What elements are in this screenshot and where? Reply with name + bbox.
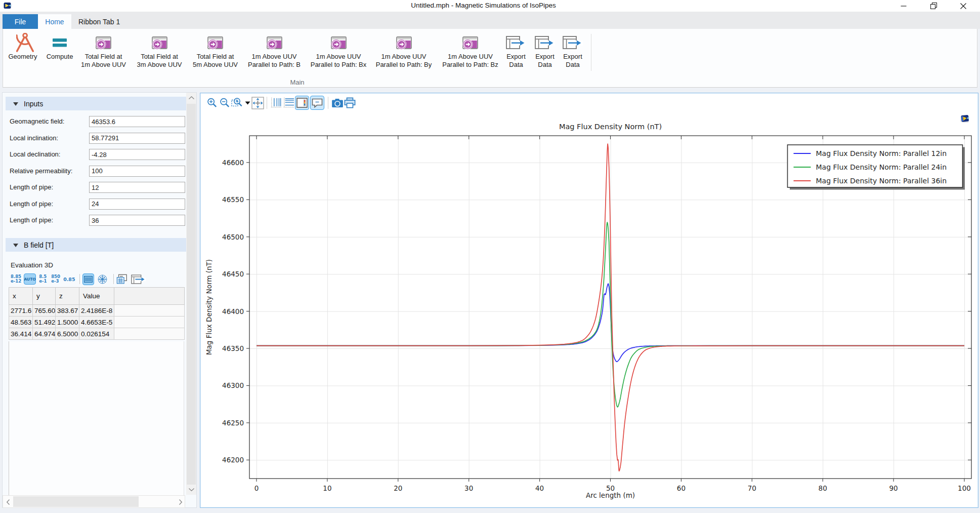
horizontal-scrollbar-thumb[interactable] (13, 496, 139, 507)
y-log-icon (283, 97, 294, 108)
chart-legend: Mag Flux Density Norm: Parallel 12inMag … (788, 145, 965, 190)
field-input[interactable] (89, 149, 185, 160)
zoom-box-dropdown[interactable] (243, 96, 251, 110)
restore-button[interactable] (922, 0, 945, 12)
legend-entry-label: Mag Flux Density Norm: Parallel 12in (816, 149, 947, 157)
table-cell (114, 328, 185, 340)
button-label-line: Data (535, 61, 611, 69)
chevron-right-icon (179, 499, 182, 505)
scroll-up-arrow-icon[interactable] (186, 93, 196, 103)
export-table-icon[interactable] (131, 274, 146, 284)
precision-885e-12-button[interactable]: 8.85e-12 (11, 274, 21, 284)
field-input[interactable] (89, 215, 185, 226)
plot-window-icon (267, 36, 282, 49)
evaluation-3d-label: Evaluation 3D (11, 261, 53, 269)
legend-entry-label: Mag Flux Density Norm: Parallel 36in (816, 177, 947, 185)
x-log-icon (270, 97, 282, 108)
window-title: Untitled.mph - Magnetic Simulations of I… (0, 2, 967, 9)
field-input[interactable] (89, 182, 185, 193)
table-header-y[interactable]: y (33, 288, 56, 305)
scroll-left-arrow-icon[interactable] (3, 496, 13, 508)
plot-window-icon (331, 36, 347, 49)
bfield-section-header[interactable]: B field [T] (6, 238, 187, 252)
zoom-out-button[interactable] (218, 96, 231, 110)
stack-line: e-12 (11, 279, 21, 284)
table-header-Value[interactable]: Value (79, 288, 114, 305)
precision-auto-button[interactable]: AUTO (24, 273, 36, 285)
copy-table-icon[interactable] (116, 274, 127, 285)
table-row[interactable]: 48.56351.4921.50004.6653E-5 (9, 317, 185, 328)
table-cell: 64.974 (33, 328, 56, 340)
print-button[interactable] (344, 96, 356, 110)
export-data-3-label: ExportData (535, 53, 611, 69)
full-precision-button[interactable] (82, 273, 94, 285)
tab-home[interactable]: Home (38, 14, 71, 29)
y-tick-label: 46600 (222, 159, 244, 167)
plot-window-icon (96, 36, 111, 49)
x-tick-label: 90 (889, 484, 898, 492)
minimize-button[interactable] (892, 0, 915, 12)
camera-icon (331, 98, 344, 108)
table-cell: 1.5000 (56, 317, 79, 328)
table-header-extra[interactable] (114, 288, 185, 305)
table-cell: 383.67 (56, 305, 79, 317)
button-label-line: 1m Above UUV (301, 53, 376, 61)
zoom-extents-button[interactable] (251, 96, 264, 110)
field-row: Local inclination: (3, 133, 197, 144)
file-menu-button[interactable]: File (3, 14, 38, 29)
table-cell: 765.60 (33, 305, 56, 317)
settings-panel: Inputs Geomagnetic field:Local inclinati… (2, 92, 197, 508)
table-cell: 2771.6 (9, 305, 33, 317)
precision-085-button[interactable]: 0.85 (63, 277, 75, 282)
x-log-scale-button[interactable] (270, 96, 282, 110)
table-cell: 2.4186E-8 (79, 305, 114, 317)
equals-icon (52, 37, 67, 48)
toolbar-separator (267, 97, 267, 109)
y-log-scale-button[interactable] (282, 96, 295, 110)
zoom-box-button[interactable] (231, 96, 243, 110)
table-header-x[interactable]: x (9, 288, 33, 305)
vertical-scrollbar[interactable] (186, 93, 196, 495)
button-label-line: Parallel to Path: By (366, 61, 442, 69)
zoom-in-button[interactable] (205, 96, 218, 110)
table-row[interactable]: 36.41464.9746.50000.026154 (9, 328, 185, 340)
table-header-z[interactable]: z (56, 288, 79, 305)
scroll-down-arrow-icon[interactable] (186, 485, 196, 495)
y-tick-label: 46550 (222, 195, 244, 204)
parallel-bx-label: 1m Above UUVParallel to Path: Bx (301, 53, 376, 69)
vertical-scrollbar-thumb[interactable] (187, 104, 196, 485)
chevron-down-icon (189, 488, 194, 491)
export-data-3-button[interactable]: ExportData (535, 29, 611, 80)
parallel-by-button[interactable]: 1m Above UUVParallel to Path: By (366, 29, 442, 80)
precision-85e-1-button[interactable]: 8.5e-1 (39, 274, 49, 284)
table-row[interactable]: 2771.6765.60383.672.4186E-8 (9, 305, 185, 317)
button-label-line: Export (535, 53, 611, 61)
scroll-right-arrow-icon[interactable] (176, 496, 186, 508)
legend-toggle-button[interactable] (295, 96, 309, 110)
field-label: Relative permeability: (10, 167, 72, 175)
evaluation-table: xyzValue 2771.6765.60383.672.4186E-848.5… (9, 287, 185, 340)
snapshot-button[interactable] (331, 96, 344, 110)
field-input[interactable] (89, 116, 185, 127)
field-input[interactable] (89, 133, 185, 144)
dropdown-arrow-icon (245, 101, 250, 105)
tooltip-icon (312, 98, 323, 108)
bars-icon (84, 276, 93, 283)
precision-850e-3-button[interactable]: 850e-3 (51, 274, 61, 284)
chart-title: Mag Flux Density Norm (nT) (559, 123, 662, 131)
tooltip-toggle-button[interactable] (310, 96, 324, 110)
plot-window-icon (396, 36, 412, 49)
x-tick-label: 30 (464, 484, 473, 492)
horizontal-scrollbar[interactable] (3, 495, 185, 508)
parallel-bx-button[interactable]: 1m Above UUVParallel to Path: Bx (301, 29, 376, 80)
tab-ribbon-tab-1[interactable]: Ribbon Tab 1 (71, 14, 127, 29)
plot-window-icon (462, 36, 478, 49)
polar-grid-icon[interactable] (98, 274, 107, 284)
inputs-section-header[interactable]: Inputs (6, 97, 187, 110)
y-tick-label: 46300 (222, 381, 244, 389)
field-input[interactable] (89, 199, 185, 210)
field-input[interactable] (89, 166, 185, 177)
close-button[interactable] (952, 0, 975, 12)
zoom-extents-icon (251, 97, 264, 109)
ribbon-group-separator (591, 34, 591, 71)
